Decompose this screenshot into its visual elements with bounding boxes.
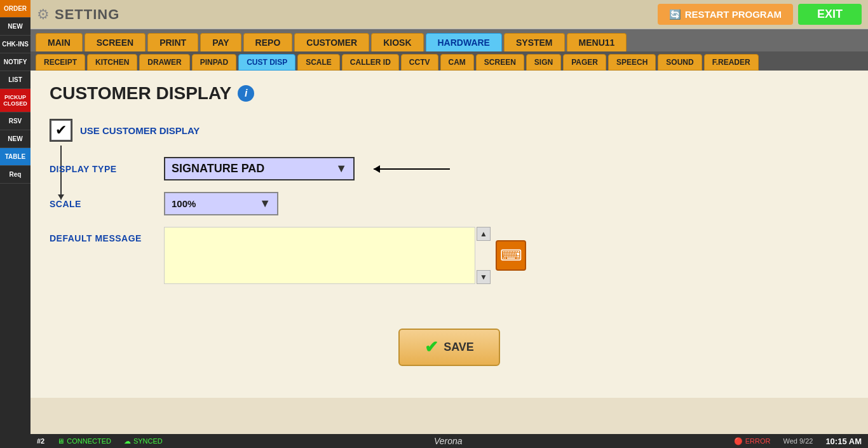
scale-value: 100% (172, 198, 196, 209)
tab-caller-id[interactable]: CALLER ID (342, 54, 399, 71)
connected-icon: 🖥 (57, 437, 64, 445)
use-customer-display-row: ✔ USE CUSTOMER DISPLAY (50, 119, 849, 142)
tab-print[interactable]: PRINT (147, 33, 198, 51)
tab-scale[interactable]: SCALE (297, 54, 340, 71)
display-type-value: SIGNATURE PAD (172, 162, 264, 175)
restart-label: RESTART PROGRAM (685, 9, 782, 20)
tab-menu11[interactable]: MENU11 (567, 33, 627, 51)
sidebar-item-chkins[interactable]: CHK-INS (0, 36, 31, 53)
tab-sound[interactable]: SOUND (658, 54, 702, 71)
status-bar: #2 🖥 CONNECTED ☁ SYNCED Verona 🔴 ERROR W… (31, 434, 868, 448)
sidebar-item-notify[interactable]: NOTIFY (0, 53, 31, 71)
page-area: CUSTOMER DISPLAY i ✔ USE CUSTOMER DISPLA… (31, 71, 868, 398)
error-icon: 🔴 (734, 437, 743, 445)
save-label: SAVE (444, 341, 474, 354)
default-message-input[interactable] (164, 227, 475, 284)
tab-system[interactable]: SYSTEM (504, 33, 565, 51)
exit-button[interactable]: EXIT (798, 4, 862, 25)
error-label: ERROR (745, 437, 771, 445)
sidebar: ORDER NEW CHK-INS NOTIFY LIST PICKUPCLOS… (0, 0, 31, 448)
tab-hardware[interactable]: HARDWARE (426, 33, 502, 51)
connected-status: 🖥 CONNECTED (57, 437, 111, 445)
page-title-text: CUSTOMER DISPLAY (50, 83, 231, 104)
top-bar: ⚙ SETTING 🔄 RESTART PROGRAM EXIT (31, 0, 868, 29)
tab-pay[interactable]: PAY (200, 33, 241, 51)
info-icon[interactable]: i (238, 85, 254, 102)
page-title: CUSTOMER DISPLAY i (50, 83, 849, 104)
tab-cam[interactable]: CAM (440, 54, 474, 71)
error-status: 🔴 ERROR (734, 437, 771, 445)
sidebar-item-new1[interactable]: NEW (0, 18, 31, 36)
use-customer-display-checkbox[interactable]: ✔ (50, 119, 72, 142)
tab-cust-disp[interactable]: CUST DISP (238, 54, 295, 71)
tab-screen2[interactable]: SCREEN (476, 54, 524, 71)
scroll-down-button[interactable]: ▼ (477, 270, 491, 284)
scale-label: SCALE (50, 199, 164, 209)
tab-customer[interactable]: CUSTOMER (294, 33, 369, 51)
message-wrapper: ▲ ▼ ⌨ (164, 227, 526, 284)
tab-pager[interactable]: PAGER (563, 54, 606, 71)
sidebar-item-pickup[interactable]: PICKUPCLOSED (0, 89, 31, 112)
scroll-up-button[interactable]: ▲ (477, 227, 491, 241)
scale-select[interactable]: 100% ▼ (164, 192, 278, 215)
status-date: Wed 9/22 (783, 437, 813, 445)
tab-screen[interactable]: SCREEN (85, 33, 146, 51)
scale-chevron-icon: ▼ (259, 197, 271, 210)
main-content: MAIN SCREEN PRINT PAY REPO CUSTOMER KIOS… (31, 29, 868, 434)
cloud-icon: ☁ (124, 437, 131, 445)
tab-speech[interactable]: SPEECH (608, 54, 656, 71)
station-number: #2 (37, 437, 44, 445)
sidebar-item-table[interactable]: TABLE (0, 148, 31, 166)
display-type-label: DISPLAY TYPE (50, 164, 164, 174)
tab-freader[interactable]: F.READER (704, 54, 759, 71)
save-check-icon: ✔ (424, 337, 438, 357)
synced-status: ☁ SYNCED (124, 437, 163, 445)
tab-kitchen[interactable]: KITCHEN (87, 54, 137, 71)
restart-program-button[interactable]: 🔄 RESTART PROGRAM (658, 4, 793, 25)
sidebar-item-new2[interactable]: NEW (0, 130, 31, 148)
scroll-buttons: ▲ ▼ (477, 227, 491, 284)
annotation-arrow (374, 168, 450, 170)
tab-row1: MAIN SCREEN PRINT PAY REPO CUSTOMER KIOS… (31, 29, 868, 51)
default-message-row: DEFAULT MESSAGE ▲ ▼ ⌨ (50, 227, 849, 284)
sidebar-item-list[interactable]: LIST (0, 71, 31, 89)
tab-cctv[interactable]: CCTV (401, 54, 438, 71)
user-name: Verona (175, 436, 721, 446)
save-button[interactable]: ✔ SAVE (398, 329, 500, 366)
tab-row2: RECEIPT KITCHEN DRAWER PINPAD CUST DISP … (31, 51, 868, 71)
default-message-label: DEFAULT MESSAGE (50, 227, 164, 243)
gear-icon: ⚙ (37, 6, 50, 23)
tab-sign[interactable]: SIGN (526, 54, 561, 71)
tab-main[interactable]: MAIN (36, 33, 83, 51)
synced-label: SYNCED (133, 437, 163, 445)
restart-icon: 🔄 (669, 9, 681, 20)
tab-receipt[interactable]: RECEIPT (36, 54, 85, 71)
connected-label: CONNECTED (67, 437, 111, 445)
sidebar-item-req[interactable]: Req (0, 166, 31, 184)
keyboard-button[interactable]: ⌨ (496, 240, 526, 271)
top-bar-right: 🔄 RESTART PROGRAM EXIT (658, 4, 862, 25)
display-type-row: DISPLAY TYPE SIGNATURE PAD ▼ (50, 157, 849, 180)
display-type-chevron-icon: ▼ (336, 162, 347, 175)
status-time: 10:15 AM (825, 437, 862, 446)
sidebar-item-order[interactable]: ORDER (0, 0, 31, 18)
setting-title: SETTING (55, 6, 119, 23)
tab-kiosk[interactable]: KIOSK (371, 33, 423, 51)
scale-row: SCALE 100% ▼ (50, 192, 849, 215)
tab-repo[interactable]: REPO (243, 33, 293, 51)
use-customer-display-label: USE CUSTOMER DISPLAY (80, 125, 200, 136)
keyboard-icon: ⌨ (500, 247, 522, 264)
sidebar-item-rsv[interactable]: RSV (0, 112, 31, 130)
tab-pinpad[interactable]: PINPAD (192, 54, 236, 71)
tab-drawer[interactable]: DRAWER (139, 54, 189, 71)
display-type-select[interactable]: SIGNATURE PAD ▼ (164, 157, 355, 180)
top-bar-left: ⚙ SETTING (37, 6, 119, 23)
